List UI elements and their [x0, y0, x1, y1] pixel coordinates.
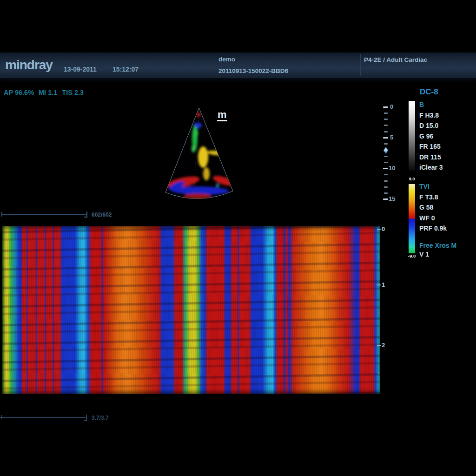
ruler-tick	[383, 168, 388, 169]
tvi-scale-max: 9.0	[405, 176, 418, 181]
tvi-mode-label: TVI	[419, 181, 447, 192]
free-xros-v-param: V 1	[419, 251, 429, 258]
acoustic-power: AP 96.6%	[4, 89, 34, 96]
m-depth-label-1: 1	[382, 281, 385, 288]
b-param-gain: G 96	[419, 131, 443, 142]
header-bar: mindray 13-09-2011 15:12:07 demo 2011091…	[0, 53, 476, 78]
b-param-iclear: iClear 3	[419, 162, 443, 173]
m-line-marker: m	[217, 110, 227, 121]
tvi-param-wallfilter: WF 0	[419, 213, 447, 224]
ruler-tick	[384, 131, 388, 132]
ruler-tick	[383, 137, 388, 139]
system-model: DC-8	[420, 87, 438, 97]
sweep-position-marker-foot	[84, 420, 86, 421]
tvi-mmode-strip	[2, 226, 380, 394]
grayscale-map-bar	[409, 101, 415, 171]
b-mode-params: B F H3.8 D 15.0 G 96 FR 165 DR 115 iClea…	[419, 99, 443, 173]
m-depth-label-0: 0	[382, 225, 385, 232]
study-id: 20110913-150022-BBD6	[218, 67, 288, 74]
tvi-scale-min: -9.0	[404, 253, 419, 258]
b-mode-label: B	[419, 99, 443, 110]
depth-label-5: 5	[390, 134, 393, 141]
b-param-dynamicrange: DR 115	[419, 152, 443, 163]
ruler-tick	[384, 174, 388, 175]
thermal-index: TIS 2.3	[62, 89, 84, 96]
ruler-tick	[384, 143, 388, 145]
m-ruler-tick	[377, 229, 381, 230]
m-ruler-tick	[377, 345, 381, 346]
sector-svg	[163, 107, 239, 201]
mechanical-index: MI 1.1	[39, 89, 57, 96]
sweep-time-bar: 3.7/3.7	[0, 414, 130, 423]
m-ruler-tick	[378, 257, 380, 258]
ruler-tick	[384, 125, 388, 126]
tvi-param-prf: PRF 0.9k	[419, 223, 447, 234]
mindray-logo: mindray	[5, 58, 53, 73]
tvi-mode-params: TVI F T3.8 G 58 WF 0 PRF 0.9k	[419, 181, 447, 234]
exam-date: 13-09-2011	[64, 66, 97, 73]
sweep-position-marker	[86, 415, 87, 421]
sweep-time-label: 3.7/3.7	[92, 415, 109, 421]
m-ruler-tick	[377, 284, 381, 285]
b-image-sector	[163, 107, 239, 201]
depth-label-10: 10	[389, 165, 395, 172]
m-ruler-tick	[378, 312, 380, 313]
sweep-start-cap	[1, 415, 2, 419]
probe-preset: P4-2E / Adult Cardiac	[364, 56, 427, 63]
cine-progress[interactable]: 602/602	[1, 211, 132, 219]
ruler-tick	[384, 119, 388, 120]
tvi-param-frequency: F T3.8	[419, 192, 447, 203]
cine-position-marker-foot	[84, 217, 86, 218]
cine-start-cap	[1, 212, 2, 217]
m-ruler-tick	[378, 373, 380, 374]
patient-name: demo	[218, 56, 235, 63]
cine-progress-line[interactable]	[2, 214, 87, 215]
ruler-tick	[384, 192, 388, 194]
cine-position-marker[interactable]	[86, 212, 87, 218]
ruler-tick	[384, 112, 388, 114]
m-depth-label-2: 2	[382, 342, 385, 349]
ruler-tick	[384, 162, 388, 163]
b-param-framerate: FR 165	[419, 141, 443, 152]
cine-frame-counter: 602/602	[92, 212, 112, 218]
ruler-tick	[383, 106, 388, 108]
ultrasound-screen: mindray 13-09-2011 15:12:07 demo 2011091…	[0, 0, 476, 476]
ruler-tick	[384, 180, 388, 182]
ruler-tick	[383, 198, 388, 200]
acoustic-output-line: AP 96.6% MI 1.1 TIS 2.3	[4, 89, 84, 96]
tvi-param-gain: G 58	[419, 202, 447, 213]
free-xros-label: Free Xros M	[419, 242, 456, 249]
b-param-depth: D 15.0	[419, 120, 443, 131]
header-divider	[360, 54, 361, 76]
focus-position-marker[interactable]	[383, 147, 388, 154]
exam-time: 15:12:07	[112, 66, 139, 73]
b-param-frequency: F H3.8	[419, 110, 443, 121]
ruler-tick	[384, 186, 388, 188]
depth-label-15: 15	[389, 195, 395, 202]
depth-label-0: 0	[390, 103, 393, 110]
ruler-tick	[384, 156, 388, 157]
tvi-color-map-bar	[409, 184, 415, 253]
sweep-line	[0, 417, 86, 418]
